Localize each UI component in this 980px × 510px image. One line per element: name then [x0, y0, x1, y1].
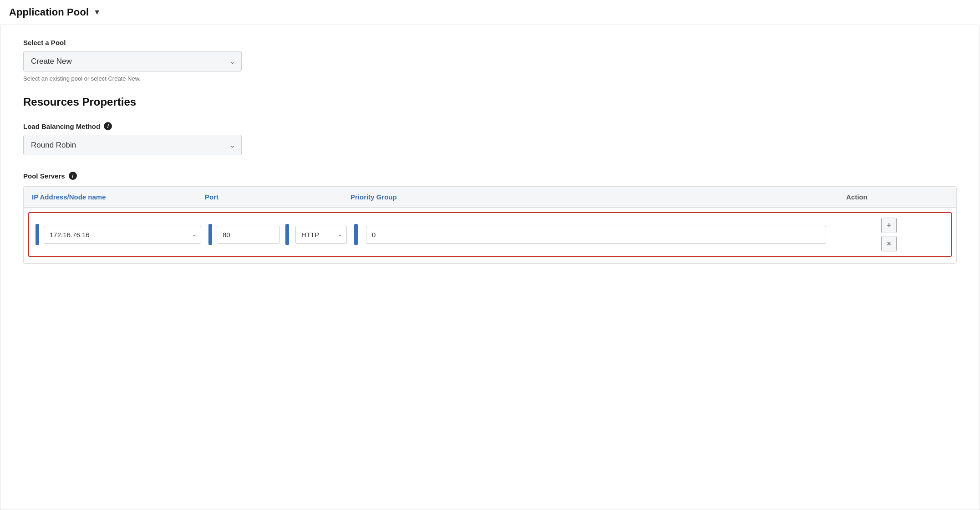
table-row: 172.16.76.16 ⌄ HT	[28, 212, 952, 257]
load-balancing-info-icon[interactable]: i	[104, 122, 112, 130]
protocol-select-wrapper: HTTP HTTPS TCP UDP ⌄	[295, 226, 347, 244]
table-row-wrapper: 172.16.76.16 ⌄ HT	[24, 208, 956, 263]
table-header-row: IP Address/Node name Port Priority Group…	[24, 187, 956, 208]
select-pool-wrapper: Create New Pool 1 Pool 2 ⌄	[23, 51, 242, 71]
protocol-drag-handle	[285, 224, 289, 245]
select-pool-dropdown[interactable]: Create New Pool 1 Pool 2	[23, 51, 242, 71]
panel-title: Application Pool	[9, 6, 89, 18]
ip-address-select[interactable]: 172.16.76.16	[44, 226, 201, 244]
pool-servers-label-row: Pool Servers i	[23, 172, 957, 180]
protocol-select[interactable]: HTTP HTTPS TCP UDP	[295, 226, 347, 244]
panel-title-arrow-icon[interactable]: ▼	[93, 8, 101, 16]
pool-servers-label: Pool Servers	[23, 172, 65, 180]
port-cell: HTTP HTTPS TCP UDP ⌄	[205, 224, 350, 245]
priority-input[interactable]	[366, 226, 826, 244]
load-balancing-label: Load Balancing Method	[23, 122, 100, 130]
action-cell: + ×	[830, 218, 948, 251]
panel-body: Select a Pool Create New Pool 1 Pool 2 ⌄…	[0, 25, 980, 510]
panel-header: Application Pool ▼	[0, 0, 980, 25]
ip-select-wrapper: 172.16.76.16 ⌄	[44, 226, 201, 244]
col-header-priority: Priority Group	[342, 187, 838, 207]
remove-row-button[interactable]: ×	[881, 236, 897, 251]
col-header-port: Port	[197, 187, 342, 207]
ip-drag-handle	[36, 224, 39, 245]
ip-cell: 172.16.76.16 ⌄	[32, 224, 205, 245]
col-header-action: Action	[838, 187, 956, 207]
col-header-ip: IP Address/Node name	[24, 187, 197, 207]
load-balancing-wrapper: Round Robin Least Connections IP Hash ⌄	[23, 135, 242, 155]
select-pool-label: Select a Pool	[23, 39, 957, 46]
port-input[interactable]	[217, 226, 280, 244]
pool-servers-info-icon[interactable]: i	[69, 172, 77, 180]
pool-servers-section: Pool Servers i IP Address/Node name Port…	[23, 172, 957, 264]
resources-title: Resources Properties	[23, 96, 957, 108]
load-balancing-dropdown[interactable]: Round Robin Least Connections IP Hash	[23, 135, 242, 155]
select-pool-hint: Select an existing pool or select Create…	[23, 75, 957, 82]
page-container: Application Pool ▼ Select a Pool Create …	[0, 0, 980, 510]
port-drag-handle	[208, 224, 212, 245]
priority-drag-handle	[354, 224, 358, 245]
pool-servers-table: IP Address/Node name Port Priority Group…	[23, 186, 957, 264]
priority-cell	[350, 224, 830, 245]
load-balancing-label-row: Load Balancing Method i	[23, 122, 957, 130]
add-row-button[interactable]: +	[881, 218, 897, 233]
